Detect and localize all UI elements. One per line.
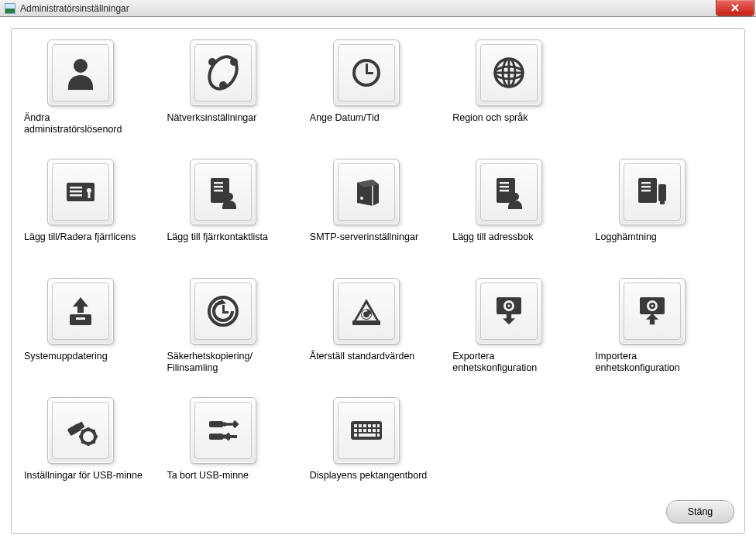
cell-empty-3 bbox=[593, 397, 735, 496]
contact-list-icon bbox=[203, 172, 243, 212]
cell-smtp-settings: SMTP-serverinställningar bbox=[307, 159, 449, 258]
cell-addressbook: Lägg till adressbok bbox=[449, 159, 592, 258]
import-config-button[interactable] bbox=[619, 278, 686, 344]
cell-empty-1 bbox=[593, 39, 735, 139]
usb-eject-button[interactable] bbox=[190, 397, 256, 464]
titlebar: Administratörsinställningar bbox=[0, 0, 756, 17]
usb-settings-label: Inställningar för USB-minne bbox=[24, 470, 156, 482]
remote-contactlist-button[interactable] bbox=[190, 159, 256, 225]
user-icon bbox=[60, 53, 101, 93]
app-icon bbox=[5, 3, 15, 14]
cell-backup: Säkerhetskopiering/ Filinsamling bbox=[163, 278, 306, 377]
system-update-label: Systemuppdatering bbox=[24, 351, 156, 362]
admin-settings-window: Administratörsinställningar Ändra admini… bbox=[0, 0, 756, 545]
addressbook-button[interactable] bbox=[476, 159, 542, 225]
cell-system-update: Systemuppdatering bbox=[21, 278, 163, 377]
export-config-icon bbox=[489, 291, 529, 331]
import-config-label: Importera enhetskonfiguration bbox=[596, 351, 727, 374]
usb-eject-icon bbox=[203, 410, 243, 451]
network-icon bbox=[203, 53, 243, 93]
addressbook-icon bbox=[489, 172, 529, 212]
set-datetime-label: Ange Datum/Tid bbox=[310, 112, 442, 124]
update-icon bbox=[60, 291, 101, 331]
restore-defaults-button[interactable] bbox=[333, 278, 400, 344]
backup-clock-icon bbox=[203, 291, 243, 331]
network-settings-label: Nätverksinställningar bbox=[167, 112, 298, 124]
region-language-label: Region och språk bbox=[452, 112, 584, 124]
close-icon bbox=[730, 3, 740, 12]
close-button-label: Stäng bbox=[688, 506, 713, 517]
cell-region-language: Region och språk bbox=[449, 39, 592, 139]
set-datetime-button[interactable] bbox=[333, 39, 400, 106]
remote-license-label: Lägg till/Radera fjärrlicens bbox=[24, 231, 156, 243]
window-title: Administratörsinställningar bbox=[20, 3, 129, 14]
log-export-icon bbox=[632, 172, 672, 212]
cell-touch-keyboard: Displayens pektangentbord bbox=[307, 397, 449, 496]
touch-keyboard-label: Displayens pektangentbord bbox=[310, 470, 442, 482]
backup-label: Säkerhetskopiering/ Filinsamling bbox=[167, 351, 298, 374]
smtp-settings-button[interactable] bbox=[333, 159, 400, 225]
usb-settings-button[interactable] bbox=[47, 397, 114, 464]
change-admin-password-button[interactable] bbox=[47, 39, 114, 106]
network-settings-button[interactable] bbox=[190, 39, 256, 106]
close-button[interactable]: Stäng bbox=[666, 500, 734, 523]
settings-grid: Ändra administratörslösenord Nätverksins… bbox=[21, 39, 735, 496]
usb-eject-label: Ta bort USB-minne bbox=[167, 470, 298, 482]
cell-import-config: Importera enhetskonfiguration bbox=[593, 278, 735, 377]
cell-set-datetime: Ange Datum/Tid bbox=[307, 39, 449, 139]
import-config-icon bbox=[632, 291, 672, 331]
cell-usb-eject: Ta bort USB-minne bbox=[163, 397, 306, 496]
smtp-settings-label: SMTP-serverinställningar bbox=[310, 231, 442, 243]
export-config-label: Exportera enhetskonfiguration bbox=[452, 351, 584, 374]
cell-remote-license: Lägg till/Radera fjärrlicens bbox=[21, 159, 163, 258]
restore-defaults-label: Återställ standardvärden bbox=[310, 351, 442, 362]
cell-empty-2 bbox=[449, 397, 592, 496]
cell-network-settings: Nätverksinställningar bbox=[163, 39, 306, 139]
window-close-button[interactable] bbox=[716, 0, 754, 16]
cell-export-config: Exportera enhetskonfiguration bbox=[449, 278, 592, 377]
region-language-button[interactable] bbox=[476, 39, 542, 106]
backup-button[interactable] bbox=[190, 278, 256, 344]
license-icon bbox=[60, 172, 101, 212]
cell-usb-settings: Inställningar för USB-minne bbox=[21, 397, 163, 496]
restore-icon bbox=[346, 291, 387, 331]
touch-keyboard-button[interactable] bbox=[333, 397, 400, 464]
usb-gear-icon bbox=[60, 410, 101, 451]
addressbook-label: Lägg till adressbok bbox=[452, 231, 584, 243]
globe-icon bbox=[489, 53, 529, 93]
export-config-button[interactable] bbox=[476, 278, 542, 344]
cell-logfetch: Logghämtning bbox=[593, 159, 735, 258]
cell-remote-contactlist: Lägg till fjärrkontaktlista bbox=[163, 159, 306, 258]
keyboard-icon bbox=[346, 410, 387, 451]
content-panel: Ändra administratörslösenord Nätverksins… bbox=[11, 28, 745, 534]
remote-contactlist-label: Lägg till fjärrkontaktlista bbox=[167, 231, 298, 243]
logfetch-label: Logghämtning bbox=[596, 231, 727, 243]
cell-restore-defaults: Återställ standardvärden bbox=[307, 278, 449, 377]
logfetch-button[interactable] bbox=[619, 159, 686, 225]
server-icon bbox=[346, 172, 387, 212]
change-admin-password-label: Ändra administratörslösenord bbox=[24, 112, 156, 135]
remote-license-button[interactable] bbox=[47, 159, 114, 225]
cell-change-admin-password: Ändra administratörslösenord bbox=[21, 39, 163, 139]
clock-icon bbox=[346, 53, 387, 93]
system-update-button[interactable] bbox=[47, 278, 114, 344]
